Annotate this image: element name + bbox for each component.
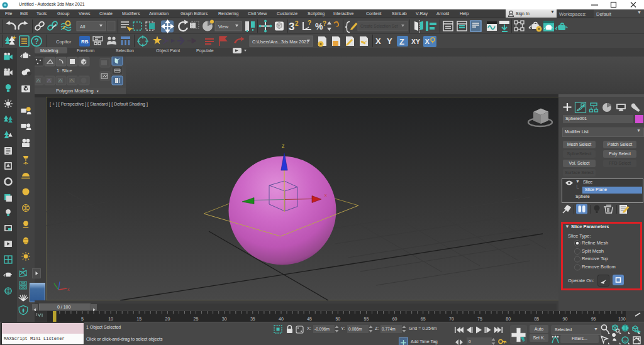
svg-text:?: ?: [308, 19, 311, 26]
svg-text:75: 75: [477, 317, 482, 321]
svg-text:Z: Z: [399, 37, 404, 47]
svg-text:View: View: [218, 24, 229, 30]
svg-text:25: 25: [194, 317, 199, 321]
svg-text:65: 65: [421, 317, 426, 321]
svg-text:X: X: [425, 38, 430, 45]
svg-text:90: 90: [563, 317, 568, 321]
svg-text:?: ?: [323, 20, 326, 27]
svg-text:X: X: [375, 36, 381, 46]
svg-text:40: 40: [279, 317, 284, 321]
svg-text:x: x: [325, 193, 327, 197]
svg-text:[ + ] [ Perspective ] [ Standa: [ + ] [ Perspective ] [ Standard ] [ Def…: [50, 102, 148, 107]
svg-text:55: 55: [364, 317, 369, 321]
svg-text:Create Selection Set: Create Selection Set: [360, 24, 398, 28]
svg-text:20: 20: [165, 317, 170, 321]
svg-text:50: 50: [335, 317, 340, 321]
svg-text:80: 80: [506, 317, 511, 321]
svg-text:10: 10: [108, 317, 113, 321]
svg-text:85: 85: [534, 317, 539, 321]
svg-text:RB: RB: [81, 39, 89, 45]
svg-text:95: 95: [591, 317, 596, 321]
svg-text:2: 2: [295, 20, 299, 27]
svg-text:?: ?: [35, 37, 39, 46]
svg-text:30: 30: [222, 317, 227, 321]
svg-text:All: All: [80, 24, 86, 30]
svg-text:100: 100: [618, 317, 626, 321]
svg-text:x: x: [67, 287, 70, 292]
svg-text:5: 5: [81, 317, 84, 321]
svg-text:15: 15: [136, 317, 142, 321]
svg-text:35: 35: [250, 317, 255, 321]
svg-text:45: 45: [307, 317, 312, 321]
svg-text:60: 60: [392, 317, 397, 321]
svg-text:z: z: [282, 143, 285, 149]
svg-text:XY: XY: [411, 38, 420, 45]
svg-text:1: Slice: 1: Slice: [57, 68, 72, 74]
svg-text:C:\Users\Ara...3ds Max 2021: C:\Users\Ara...3ds Max 2021: [252, 40, 309, 44]
svg-text:3: 3: [289, 21, 294, 33]
svg-text:Y: Y: [387, 36, 392, 46]
svg-text:70: 70: [449, 317, 454, 321]
svg-text:Copitor: Copitor: [56, 39, 72, 45]
